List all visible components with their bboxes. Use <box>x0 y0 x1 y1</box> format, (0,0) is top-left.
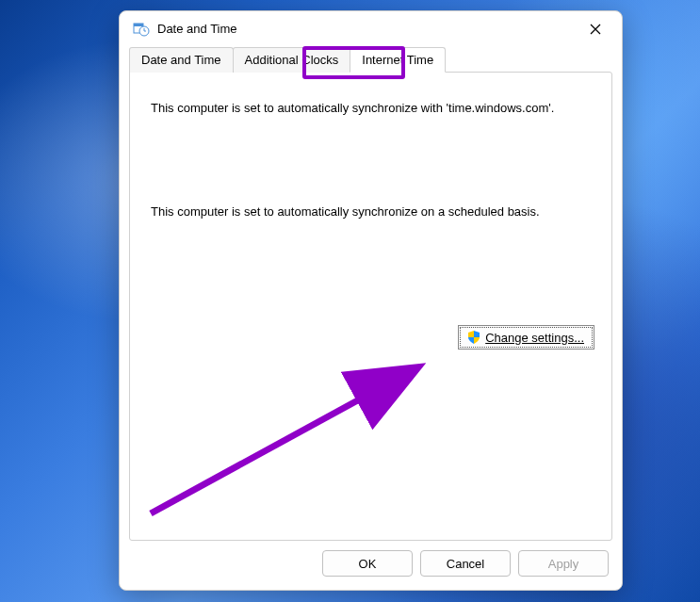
ok-button[interactable]: OK <box>322 550 413 577</box>
sync-status-text: This computer is set to automatically sy… <box>151 99 591 118</box>
cancel-button[interactable]: Cancel <box>420 550 511 577</box>
date-time-dialog: Date and Time Date and Time Additional C… <box>119 10 623 591</box>
change-settings-button[interactable]: Change settings... <box>458 325 594 350</box>
close-button[interactable] <box>577 15 614 43</box>
tab-date-and-time[interactable]: Date and Time <box>129 47 234 73</box>
tab-additional-clocks[interactable]: Additional Clocks <box>233 47 351 73</box>
svg-rect-1 <box>134 24 143 26</box>
schedule-text: This computer is set to automatically sy… <box>151 203 591 221</box>
tab-strip: Date and Time Additional Clocks Internet… <box>120 47 622 72</box>
tab-internet-time[interactable]: Internet Time <box>350 47 446 73</box>
clock-calendar-icon <box>133 21 150 38</box>
tab-content-panel: This computer is set to automatically sy… <box>129 72 612 541</box>
change-settings-label: Change settings... <box>485 331 584 345</box>
titlebar: Date and Time <box>120 11 622 47</box>
apply-button: Apply <box>518 550 609 577</box>
dialog-button-row: OK Cancel Apply <box>120 541 622 590</box>
dialog-title: Date and Time <box>157 22 577 36</box>
close-icon <box>590 24 601 35</box>
uac-shield-icon <box>466 330 481 345</box>
